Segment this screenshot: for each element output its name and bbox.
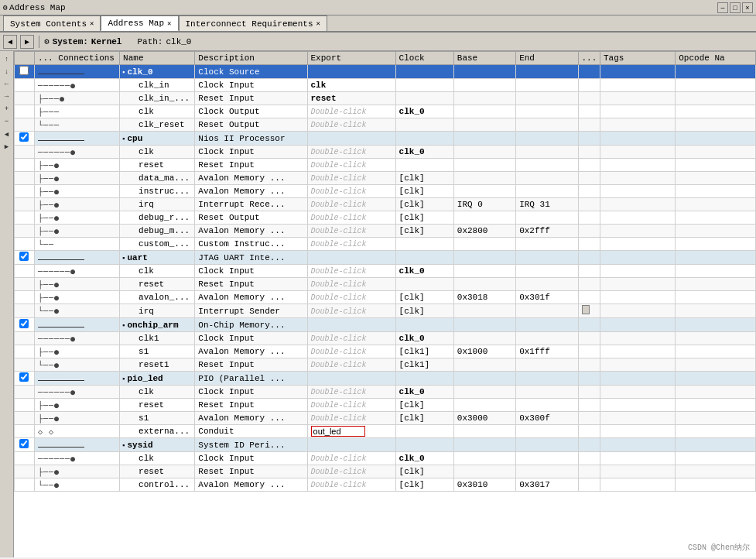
left-btn-prev[interactable]: ◀ xyxy=(2,129,12,139)
table-area[interactable]: ... Connections Name Description Export … xyxy=(14,51,756,557)
header-base[interactable]: Base xyxy=(453,52,515,65)
table-row[interactable]: ├──●avalon_...Avalon Memory ...Double-cl… xyxy=(15,291,756,304)
table-row[interactable]: ▪sysidSystem ID Peri... xyxy=(15,438,756,452)
table-row[interactable]: ▪clk_0Clock Source xyxy=(15,65,756,79)
row-checkbox[interactable] xyxy=(19,372,29,382)
minimize-button[interactable]: – xyxy=(717,2,728,13)
left-btn-left[interactable]: ← xyxy=(2,79,12,90)
table-row[interactable]: └──●control...Avalon Memory ...Double-cl… xyxy=(15,478,756,492)
base-cell xyxy=(453,465,515,478)
check-cell[interactable] xyxy=(15,65,35,79)
table-row[interactable]: ▪pio_ledPIO (Parallel ... xyxy=(15,372,756,386)
row-checkbox[interactable] xyxy=(19,252,29,261)
row-checkbox[interactable] xyxy=(19,319,29,328)
table-row[interactable]: ├──●resetReset InputDouble-click[clk] xyxy=(15,465,756,478)
close-button[interactable]: × xyxy=(742,2,753,13)
check-cell[interactable] xyxy=(15,132,35,146)
header-end[interactable]: End xyxy=(516,52,578,65)
description-cell: Avalon Memory ... xyxy=(195,412,307,425)
header-connections[interactable]: ... Connections xyxy=(34,52,119,65)
toolbar-btn-1[interactable]: ◀ xyxy=(3,35,17,49)
check-cell[interactable] xyxy=(15,372,35,386)
table-row[interactable]: ──────●clk1Clock InputDouble-clickclk_0 xyxy=(15,332,756,345)
table-row[interactable]: ├──●s1Avalon Memory ...Double-click[clk]… xyxy=(15,412,756,425)
component-expand-icon[interactable]: ▪ xyxy=(121,322,125,330)
table-row[interactable]: ├──●data_ma...Avalon Memory ...Double-cl… xyxy=(15,172,756,185)
row-checkbox[interactable] xyxy=(19,439,29,448)
component-expand-icon[interactable]: ▪ xyxy=(121,442,125,450)
table-row[interactable]: ──────●clkClock InputDouble-clickclk_0 xyxy=(15,265,756,278)
table-row[interactable]: ├──●irqInterrupt Rece...Double-click[clk… xyxy=(15,198,756,211)
tab-interconnect-requirements-close[interactable]: ✕ xyxy=(316,19,320,28)
header-dots[interactable]: ... xyxy=(578,52,600,65)
check-cell[interactable] xyxy=(15,438,35,452)
check-cell[interactable] xyxy=(15,251,35,265)
description-cell: Clock Input xyxy=(195,452,307,465)
header-tags[interactable]: Tags xyxy=(600,52,676,65)
header-description[interactable]: Description xyxy=(195,52,307,65)
header-opcode[interactable]: Opcode Na xyxy=(676,52,756,65)
header-name[interactable]: Name xyxy=(120,52,195,65)
table-row[interactable]: ▪uartJTAG UART Inte... xyxy=(15,251,756,265)
table-row[interactable]: ├──●resetReset InputDouble-click[clk] xyxy=(15,399,756,412)
header-export[interactable]: Export xyxy=(307,52,395,65)
export-cell[interactable] xyxy=(307,425,395,438)
opcode-cell xyxy=(676,159,756,172)
table-row[interactable]: ▪cpuNios II Processor xyxy=(15,132,756,146)
table-row[interactable]: ├───clkClock OutputDouble-clickclk_0 xyxy=(15,105,756,118)
component-expand-icon[interactable]: ▪ xyxy=(121,255,125,262)
table-row[interactable]: ──────●clkClock InputDouble-clickclk_0 xyxy=(15,146,756,159)
tab-system-contents-close[interactable]: ✕ xyxy=(90,19,94,28)
table-row[interactable]: ▪onchip_armOn-Chip Memory... xyxy=(15,318,756,332)
watermark: CSDN @Chen纳尔 xyxy=(688,542,750,553)
header-clock[interactable]: Clock xyxy=(395,52,453,65)
component-expand-icon[interactable]: ▪ xyxy=(121,135,125,143)
left-btn-remove[interactable]: − xyxy=(2,116,12,127)
check-cell xyxy=(15,291,35,304)
tab-address-map-close[interactable]: ✕ xyxy=(167,19,171,28)
tags-cell xyxy=(600,198,676,211)
export-input[interactable] xyxy=(311,426,365,437)
maximize-button[interactable]: □ xyxy=(730,2,741,13)
table-row[interactable]: └──●irqInterrupt SenderDouble-click[clk] xyxy=(15,304,756,318)
tab-system-contents[interactable]: System Contents ✕ xyxy=(3,15,101,31)
window-controls[interactable]: – □ × xyxy=(717,2,753,13)
table-row[interactable]: ├──●debug_r...Reset OutputDouble-click[c… xyxy=(15,211,756,225)
toolbar-btn-2[interactable]: ▶ xyxy=(20,35,34,49)
tags-cell xyxy=(600,452,676,465)
row-checkbox[interactable] xyxy=(19,66,29,75)
tags-cell xyxy=(600,358,676,372)
check-cell[interactable] xyxy=(15,318,35,332)
end-cell: 0x1fff xyxy=(516,345,578,358)
left-btn-up[interactable]: ↑ xyxy=(2,54,12,65)
component-expand-icon[interactable]: ▪ xyxy=(121,376,125,383)
system-icon: ⚙ xyxy=(44,36,50,46)
left-btn-next[interactable]: ▶ xyxy=(2,141,12,152)
table-row[interactable]: ├──●instruc...Avalon Memory ...Double-cl… xyxy=(15,185,756,198)
opcode-cell xyxy=(676,265,756,278)
component-expand-icon[interactable]: ▪ xyxy=(121,69,125,77)
table-row[interactable]: ├──●resetReset InputDouble-click xyxy=(15,159,756,172)
row-checkbox[interactable] xyxy=(19,132,29,142)
left-btn-add[interactable]: + xyxy=(2,104,12,115)
table-row[interactable]: ├──●s1Avalon Memory ...Double-click[clk1… xyxy=(15,345,756,358)
table-row[interactable]: ──────●clk_inClock Inputclk xyxy=(15,79,756,92)
end-cell xyxy=(516,465,578,478)
table-row[interactable]: ──────●clkClock InputDouble-clickclk_0 xyxy=(15,386,756,399)
tab-address-map[interactable]: Address Map ✕ xyxy=(101,15,178,31)
opcode-cell xyxy=(676,251,756,265)
table-row[interactable]: ├──●resetReset InputDouble-click xyxy=(15,278,756,291)
description-cell: Custom Instruc... xyxy=(195,238,307,251)
table-row[interactable]: ├──●debug_m...Avalon Memory ...Double-cl… xyxy=(15,225,756,238)
table-row[interactable]: ──────●clkClock InputDouble-clickclk_0 xyxy=(15,452,756,465)
table-row[interactable]: └──●reset1Reset InputDouble-click[clk1] xyxy=(15,358,756,372)
opcode-cell xyxy=(676,185,756,198)
table-row[interactable]: └──custom_...Custom Instruc...Double-cli… xyxy=(15,238,756,251)
left-btn-right[interactable]: → xyxy=(2,91,12,102)
table-row[interactable]: └───clk_resetReset OutputDouble-click xyxy=(15,118,756,132)
table-row[interactable]: ◇ ◇externa...Conduit xyxy=(15,425,756,438)
name-cell: clk xyxy=(120,105,195,118)
left-btn-down[interactable]: ↓ xyxy=(2,67,12,77)
tab-interconnect-requirements[interactable]: Interconnect Requirements ✕ xyxy=(179,15,327,31)
table-row[interactable]: ├───●clk_in_...Reset Inputreset xyxy=(15,92,756,105)
